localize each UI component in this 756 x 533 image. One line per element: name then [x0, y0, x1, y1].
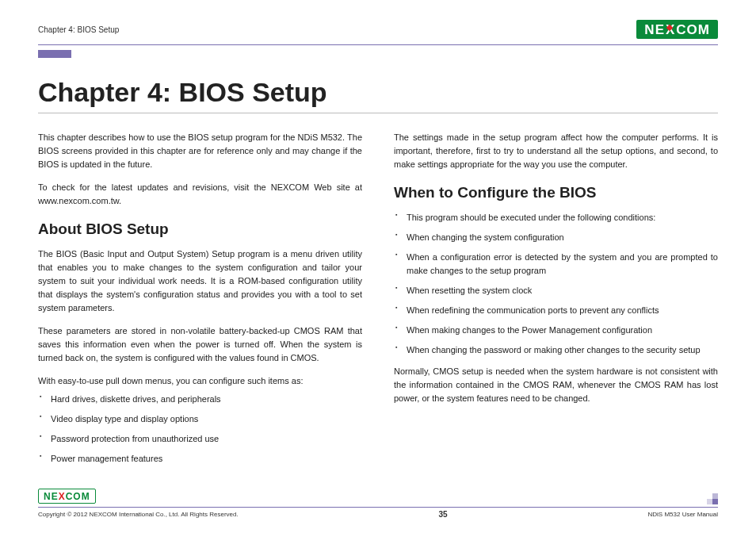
- logo-text-pre: NE: [44, 491, 59, 502]
- header-bar: Chapter 4: BIOS Setup NEXCOM: [38, 17, 718, 41]
- list-item: Video display type and display options: [40, 412, 362, 426]
- list-item: Hard drives, diskette drives, and periph…: [40, 393, 362, 406]
- footer-row: Copyright © 2012 NEXCOM International Co…: [38, 510, 718, 519]
- right-after-paragraph: Normally, CMOS setup is needed when the …: [394, 365, 718, 405]
- left-column: This chapter describes how to use the BI…: [38, 131, 362, 472]
- footer-nexcom-logo: NEXCOM: [38, 489, 96, 504]
- heading-about: About BIOS Setup: [38, 217, 362, 240]
- about-list: Hard drives, diskette drives, and periph…: [38, 393, 362, 466]
- logo-text-post: COM: [66, 491, 90, 502]
- header-rule: [38, 44, 718, 45]
- footer-rule: [38, 507, 718, 508]
- list-item: When making changes to the Power Managem…: [395, 324, 718, 337]
- title-rule: [38, 113, 718, 113]
- intro-paragraph-1: This chapter describes how to use the BI…: [38, 131, 362, 171]
- about-paragraph-3: With easy-to-use pull down menus, you ca…: [38, 374, 362, 388]
- list-item: This program should be executed under th…: [395, 211, 718, 224]
- list-item: Password protection from unauthorized us…: [40, 432, 362, 446]
- logo-text-post: COM: [676, 23, 710, 36]
- right-column: The settings made in the setup program a…: [394, 131, 718, 472]
- content-columns: This chapter describes how to use the BI…: [38, 131, 718, 472]
- logo-x-icon: X: [59, 491, 66, 502]
- list-item: When redefining the communication ports …: [395, 304, 718, 317]
- footer-manual-name: NDiS M532 User Manual: [648, 511, 718, 518]
- list-item: When changing the system configuration: [395, 231, 718, 244]
- conditions-list: This program should be executed under th…: [394, 211, 718, 357]
- list-item: Power management features: [40, 452, 362, 466]
- page-title: Chapter 4: BIOS Setup: [38, 77, 718, 108]
- list-item: When resetting the system clock: [395, 284, 718, 297]
- logo-text-pre: NE: [644, 23, 665, 36]
- logo-x-icon: X: [666, 23, 675, 36]
- heading-when: When to Configure the BIOS: [394, 181, 718, 204]
- about-paragraph-1: The BIOS (Basic Input and Output System)…: [38, 247, 362, 315]
- footer-copyright: Copyright © 2012 NEXCOM International Co…: [38, 511, 239, 518]
- list-item: When a configuration error is detected b…: [395, 251, 718, 278]
- page-number: 35: [439, 510, 448, 519]
- about-paragraph-2: These parameters are stored in non-volat…: [38, 324, 362, 365]
- nexcom-logo: NEXCOM: [636, 20, 718, 39]
- list-item: When changing the password or making oth…: [395, 343, 718, 357]
- header-chapter-label: Chapter 4: BIOS Setup: [38, 25, 119, 34]
- intro-paragraph-2: To check for the latest updates and revi…: [38, 181, 362, 208]
- side-tab-icon: [38, 50, 71, 58]
- footer: NEXCOM Copyright © 2012 NEXCOM Internati…: [38, 489, 718, 519]
- right-top-paragraph: The settings made in the setup program a…: [394, 131, 718, 171]
